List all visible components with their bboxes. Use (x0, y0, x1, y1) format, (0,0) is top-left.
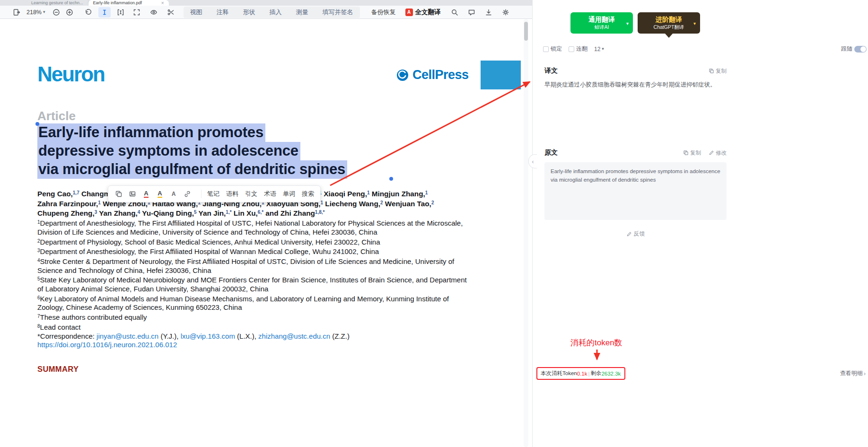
popup-action[interactable]: 术语 (264, 190, 276, 198)
download-icon[interactable] (482, 7, 495, 18)
title-line: depressive symptoms in adolescence (37, 142, 347, 160)
general-translate-button[interactable]: 通用翻译 鲸译AI ▾ (570, 12, 633, 34)
feedback-button[interactable]: 反馈 (544, 230, 727, 238)
menu-item[interactable]: 测量 (296, 8, 308, 17)
correspondence-email-link[interactable]: lxu@vip.163.com (181, 332, 235, 340)
underline-icon[interactable]: A (142, 188, 150, 200)
translate-icon: A (405, 9, 413, 16)
selected-title-text[interactable]: via microglial engulfment of dendritic s… (37, 160, 347, 179)
title-line: via microglial engulfment of dendritic s… (37, 160, 347, 179)
popup-action[interactable]: 引文 (245, 190, 257, 198)
zoom-control[interactable]: 218% ▾ (26, 9, 45, 16)
selection-handle-start[interactable] (35, 122, 39, 126)
close-icon[interactable]: × (161, 0, 164, 6)
correspondence-text: (Y.J.), (158, 332, 180, 340)
article-title: Early-life inflammation promotesdepressi… (37, 123, 347, 179)
menu-item[interactable]: 插入 (270, 8, 282, 17)
copy-translation-button[interactable]: 复制 (709, 68, 727, 75)
copy-icon[interactable] (114, 188, 123, 200)
zoom-out-icon[interactable] (50, 7, 62, 18)
popup-action[interactable]: 单词 (283, 190, 295, 198)
lock-label: 锁定 (551, 45, 562, 53)
text-cursor-tool-icon[interactable] (98, 7, 111, 18)
selected-title-text[interactable]: Early-life inflammation promotes (37, 123, 265, 142)
popup-action[interactable]: 语料 (226, 190, 238, 198)
doi-link[interactable]: https://doi.org/10.1016/j.neuron.2021.06… (37, 341, 177, 349)
selection-popup: A A A 笔记语料引文术语单词搜索 (108, 185, 321, 202)
publisher-name: CellPress (412, 68, 469, 82)
zoom-in-icon[interactable] (63, 7, 76, 18)
token-prefix: 本次消耗Token (541, 370, 577, 377)
snapshot-icon[interactable] (131, 7, 143, 18)
menu-item[interactable]: 视图 (190, 8, 202, 17)
source-heading: 原文 (544, 149, 558, 157)
copy-icon (683, 150, 689, 156)
font-style-icon[interactable]: A (169, 188, 178, 200)
affiliation-superscript: 7 (37, 314, 40, 319)
menu-item[interactable]: 填写并签名 (323, 8, 353, 17)
scissors-icon[interactable] (165, 7, 177, 18)
dropdown-pointer (665, 34, 673, 38)
panel-controls: 锁定 连翻 12 ▾ 跟随 (543, 45, 867, 53)
correspondence-text: *Correspondence: (37, 332, 96, 340)
backup-restore-button[interactable]: 备份恢复 (371, 8, 396, 17)
correspondence-email-link[interactable]: zhizhang@ustc.edu.cn (258, 332, 330, 340)
view-details-button[interactable]: 查看明细 › (840, 369, 866, 377)
affiliation: 5State Key Laboratory of Medical Neurobi… (37, 275, 471, 293)
token-annotation: 消耗的token数 (570, 337, 623, 348)
advanced-translate-title: 进阶翻译 (656, 16, 682, 24)
page-view-icon[interactable] (10, 7, 23, 18)
chevron-left-icon: ‹ (532, 158, 534, 165)
continuous-translate-checkbox[interactable]: 连翻 (569, 45, 587, 53)
follow-toggle[interactable] (854, 46, 867, 53)
select-text-icon[interactable] (114, 7, 127, 18)
author-superscript: 2 (431, 200, 434, 205)
author-superscript: 2 (380, 200, 383, 205)
font-size-dropdown[interactable]: 12 ▾ (594, 46, 604, 53)
menu-item[interactable]: 形状 (243, 8, 255, 17)
font-size-value: 12 (594, 46, 600, 53)
token-separator: | (588, 371, 589, 377)
affiliation: 6Key Laboratory of Animal Models and Hum… (37, 294, 471, 312)
title-line: Early-life inflammation promotes (37, 123, 347, 142)
full-translate-button[interactable]: A 全文翻译 (405, 8, 441, 17)
correspondence-email-link[interactable]: jinyan@ustc.edu.cn (96, 332, 158, 340)
highlight-icon[interactable]: A (156, 188, 164, 200)
modify-source-button[interactable]: 修改 (709, 149, 727, 157)
chevron-right-icon: › (864, 370, 866, 377)
link-icon[interactable] (183, 188, 192, 200)
author-superscript: 1,7 (73, 190, 79, 195)
source-text-box[interactable]: Early-life inflammation promotes depress… (544, 162, 727, 220)
tab-other-document[interactable]: Learning gesture of techn... (26, 0, 88, 6)
image-icon[interactable] (128, 188, 137, 200)
gear-icon[interactable] (500, 7, 512, 18)
affiliation: 4Stroke Center & Department of Neurology… (37, 256, 471, 275)
vertical-scrollbar[interactable] (524, 19, 528, 447)
copy-source-button[interactable]: 复制 (683, 149, 701, 157)
popup-action[interactable]: 搜索 (302, 190, 314, 198)
author-superscript: 1,8,* (315, 210, 325, 215)
advanced-translate-button[interactable]: 进阶翻译 ChatGPT翻译 ▾ (638, 12, 700, 34)
affiliations: 1Department of Anesthesiology, The First… (37, 218, 471, 332)
eye-icon[interactable] (148, 7, 160, 18)
author-superscript: 1 (321, 200, 324, 205)
correspondence-text: (L.X.), (235, 332, 258, 340)
continuous-label: 连翻 (576, 45, 587, 53)
scrollbar-thumb[interactable] (524, 22, 528, 41)
token-remaining: 2632.3k (601, 371, 621, 377)
affiliation: 3Department of Anesthesiology, the First… (37, 246, 471, 256)
popup-action[interactable]: 笔记 (207, 190, 219, 198)
tab-current-document[interactable]: Early-life inflammation.pdf × (88, 0, 169, 6)
undo-icon[interactable] (82, 7, 95, 18)
selection-handle-end[interactable] (389, 177, 393, 181)
comment-icon[interactable] (465, 7, 478, 18)
author-superscript: 1,* (226, 210, 231, 215)
author-line: Chupeng Zheng,3 Yan Zhang,4 Yu-Qiang Din… (37, 208, 471, 218)
correspondence-text: (Z.Z.) (330, 332, 350, 340)
selected-title-text[interactable]: depressive symptoms in adolescence (37, 142, 300, 160)
tab-strip: Learning gesture of techn... Early-life … (0, 0, 532, 6)
correspondence-line: *Correspondence: jinyan@ustc.edu.cn (Y.J… (37, 332, 471, 341)
lock-checkbox[interactable]: 锁定 (543, 45, 562, 53)
menu-item[interactable]: 注释 (217, 8, 229, 17)
search-icon[interactable] (448, 7, 461, 18)
